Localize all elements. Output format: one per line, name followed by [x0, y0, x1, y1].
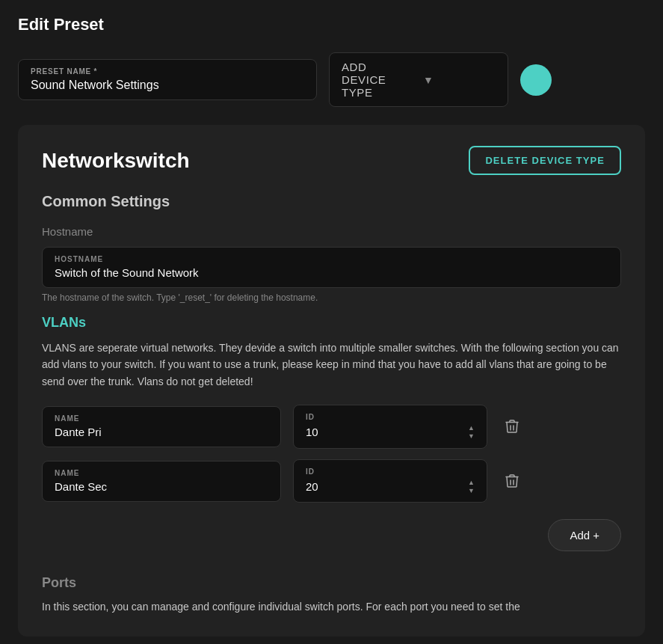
- add-vlan-button[interactable]: Add +: [548, 519, 621, 551]
- vlan-name-label-1: NAME: [55, 414, 268, 423]
- preset-name-field: PRESET NAME *: [18, 59, 317, 100]
- vlan-id-field-2: ID ▲ ▼: [293, 459, 487, 503]
- chevron-down-icon: ▼: [423, 74, 496, 86]
- hostname-field: HOSTNAME: [42, 247, 621, 288]
- device-card: Networkswitch DELETE DEVICE TYPE Common …: [18, 125, 645, 637]
- add-row-wrapper: Add +: [42, 513, 621, 551]
- ports-section: Ports In this section, you can manage an…: [42, 575, 621, 615]
- vlan-name-input-1[interactable]: [55, 426, 268, 438]
- vlan-delete-button-2[interactable]: [499, 467, 525, 494]
- vlan-id-spinner-2[interactable]: ▲ ▼: [468, 479, 475, 495]
- vlan-name-field-2: NAME: [42, 461, 281, 502]
- vlan-row: NAME ID ▲ ▼: [42, 459, 621, 503]
- top-bar: PRESET NAME * ADD DEVICE TYPE ▼: [18, 52, 645, 107]
- spin-down-icon: ▼: [468, 487, 475, 495]
- hostname-label: HOSTNAME: [55, 255, 608, 263]
- preset-name-input[interactable]: [31, 79, 304, 92]
- hostname-hint: The hostname of the switch. Type '_reset…: [42, 292, 621, 303]
- vlan-name-input-2[interactable]: [55, 480, 268, 493]
- vlan-id-input-1[interactable]: [306, 426, 468, 438]
- vlans-title: VLANs: [42, 315, 621, 331]
- vlans-description: VLANS are seperate virtual networks. The…: [42, 340, 621, 390]
- vlan-id-input-2[interactable]: [306, 480, 468, 493]
- device-card-header: Networkswitch DELETE DEVICE TYPE: [42, 146, 621, 175]
- vlan-id-label-1: ID: [306, 413, 475, 421]
- common-settings-title: Common Settings: [42, 193, 621, 210]
- add-device-type-label: ADD DEVICE TYPE: [342, 61, 414, 99]
- hostname-subtitle: Hostname: [42, 225, 621, 238]
- vlan-name-field-1: NAME: [42, 406, 281, 447]
- vlan-id-label-2: ID: [306, 467, 475, 476]
- spin-down-icon: ▼: [468, 432, 475, 441]
- delete-device-type-button[interactable]: DELETE DEVICE TYPE: [469, 146, 621, 175]
- page-title: Edit Preset: [18, 15, 645, 34]
- page-wrapper: Edit Preset PRESET NAME * ADD DEVICE TYP…: [0, 0, 663, 644]
- preset-name-label: PRESET NAME *: [31, 67, 304, 76]
- vlan-name-label-2: NAME: [55, 469, 268, 477]
- hostname-input[interactable]: [55, 266, 608, 279]
- vlan-delete-button-1[interactable]: [499, 413, 525, 440]
- add-device-type-dropdown[interactable]: ADD DEVICE TYPE ▼: [329, 52, 508, 107]
- vlan-id-spinner-1[interactable]: ▲ ▼: [468, 424, 475, 441]
- vlan-id-field-1: ID ▲ ▼: [293, 405, 487, 449]
- vlan-row: NAME ID ▲ ▼: [42, 405, 621, 449]
- device-name: Networkswitch: [42, 149, 190, 173]
- ports-title: Ports: [42, 575, 621, 591]
- spin-up-icon: ▲: [468, 424, 475, 432]
- circle-action-button[interactable]: [520, 64, 552, 96]
- spin-up-icon: ▲: [468, 479, 475, 487]
- ports-description: In this section, you can manage and conf…: [42, 598, 621, 615]
